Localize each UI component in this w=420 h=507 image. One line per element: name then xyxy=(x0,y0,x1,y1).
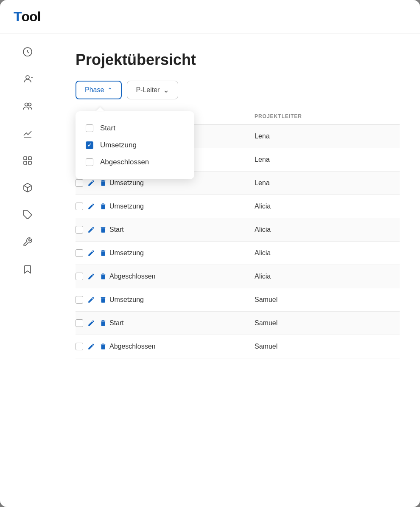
pleiter-filter-label: P-Leiter xyxy=(136,86,160,94)
pleiter-filter-button[interactable]: P-Leiter xyxy=(127,81,178,99)
svg-rect-8 xyxy=(24,161,27,164)
sidebar xyxy=(0,34,55,507)
tool-icon[interactable] xyxy=(20,234,35,250)
dropdown-item-start[interactable]: Start xyxy=(86,120,184,137)
delete-icon[interactable] xyxy=(99,249,107,257)
table-row: Abgeschlossen Samuel xyxy=(76,335,400,358)
row-actions xyxy=(76,273,109,280)
body: Projektübersicht Phase P-Leiter Start xyxy=(0,34,420,507)
phase-cell: Umsetzung xyxy=(109,179,255,187)
main-content: Projektübersicht Phase P-Leiter Start xyxy=(55,34,420,507)
edit-icon[interactable] xyxy=(87,343,95,350)
delete-icon[interactable] xyxy=(99,203,107,210)
abgeschlossen-label: Abgeschlossen xyxy=(100,158,149,166)
delete-icon[interactable] xyxy=(99,226,107,234)
phase-dropdown: Start Umsetzung Abgeschlossen xyxy=(76,111,194,179)
svg-rect-6 xyxy=(24,157,27,160)
edit-icon[interactable] xyxy=(87,249,95,257)
phase-cell: Umsetzung xyxy=(109,203,255,210)
team-icon[interactable] xyxy=(20,99,35,114)
edit-icon[interactable] xyxy=(87,203,95,210)
delete-icon[interactable] xyxy=(99,319,107,327)
leiter-cell: Alicia xyxy=(255,226,400,234)
table-row: Abgeschlossen Alicia xyxy=(76,265,400,288)
phase-cell: Abgeschlossen xyxy=(109,343,255,350)
row-checkbox[interactable] xyxy=(76,249,83,257)
svg-point-4 xyxy=(28,103,31,106)
row-actions xyxy=(76,226,109,234)
table-row: Umsetzung Alicia xyxy=(76,242,400,265)
phase-cell: Start xyxy=(109,319,255,327)
row-checkbox[interactable] xyxy=(76,179,83,187)
row-actions xyxy=(76,203,109,210)
users-icon[interactable] xyxy=(20,71,35,87)
leiter-cell: Alicia xyxy=(255,273,400,280)
row-checkbox[interactable] xyxy=(76,203,83,210)
box-icon[interactable] xyxy=(20,180,35,195)
edit-icon[interactable] xyxy=(87,296,95,304)
abgeschlossen-checkbox[interactable] xyxy=(86,158,93,166)
umsetzung-label: Umsetzung xyxy=(100,141,137,149)
logo: Tool xyxy=(14,9,41,25)
leiter-cell: Samuel xyxy=(255,319,400,327)
leiter-cell: Alicia xyxy=(255,203,400,210)
svg-rect-7 xyxy=(28,157,31,160)
start-checkbox[interactable] xyxy=(86,124,93,132)
row-actions xyxy=(76,179,109,187)
leiter-cell: Samuel xyxy=(255,343,400,350)
phase-chevron-up-icon xyxy=(107,86,112,94)
chart-icon[interactable] xyxy=(20,126,35,141)
header: Tool xyxy=(0,0,420,34)
start-label: Start xyxy=(100,124,115,132)
leiter-cell: Lena xyxy=(255,132,400,140)
phase-filter-label: Phase xyxy=(85,86,104,94)
umsetzung-checkbox[interactable] xyxy=(86,141,93,149)
table-row: Umsetzung Samuel xyxy=(76,288,400,312)
logo-t: T xyxy=(14,9,22,25)
leiter-cell: Lena xyxy=(255,179,400,187)
phase-filter-button[interactable]: Phase xyxy=(76,81,122,99)
edit-icon[interactable] xyxy=(87,179,95,187)
phase-cell: Umsetzung xyxy=(109,296,255,304)
leiter-cell: Lena xyxy=(255,156,400,163)
delete-icon[interactable] xyxy=(99,273,107,280)
row-checkbox[interactable] xyxy=(76,273,83,280)
delete-icon[interactable] xyxy=(99,296,107,304)
edit-icon[interactable] xyxy=(87,226,95,234)
row-actions xyxy=(76,319,109,327)
svg-point-1 xyxy=(26,76,29,79)
table-row: Umsetzung Alicia xyxy=(76,195,400,218)
row-checkbox[interactable] xyxy=(76,319,83,327)
pleiter-chevron-down-icon xyxy=(163,85,169,95)
delete-icon[interactable] xyxy=(99,343,107,350)
page-title: Projektübersicht xyxy=(76,51,400,69)
col-projektleiter: PROJEKTLEITER xyxy=(255,113,400,119)
row-checkbox[interactable] xyxy=(76,296,83,304)
table-row: Start Alicia xyxy=(76,218,400,242)
phase-cell: Umsetzung xyxy=(109,249,255,257)
dropdown-item-umsetzung[interactable]: Umsetzung xyxy=(86,137,184,154)
bookmark-icon[interactable] xyxy=(20,262,35,277)
row-checkbox[interactable] xyxy=(76,226,83,234)
tag-icon[interactable] xyxy=(20,207,35,223)
row-actions xyxy=(76,296,109,304)
logo-text: ool xyxy=(22,9,41,25)
dropdown-item-abgeschlossen[interactable]: Abgeschlossen xyxy=(86,154,184,171)
delete-icon[interactable] xyxy=(99,179,107,187)
leiter-cell: Samuel xyxy=(255,296,400,304)
dashboard-icon[interactable] xyxy=(20,44,35,59)
row-actions xyxy=(76,343,109,350)
row-checkbox[interactable] xyxy=(76,343,83,350)
row-actions xyxy=(76,249,109,257)
edit-icon[interactable] xyxy=(87,273,95,280)
edit-icon[interactable] xyxy=(87,319,95,327)
phase-cell: Start xyxy=(109,226,255,234)
phase-cell: Abgeschlossen xyxy=(109,273,255,280)
svg-point-3 xyxy=(25,103,28,106)
svg-rect-9 xyxy=(28,161,31,164)
leiter-cell: Alicia xyxy=(255,249,400,257)
app-window: Tool xyxy=(0,0,420,507)
filter-row: Phase P-Leiter Start Umsetzung xyxy=(76,81,400,99)
grid-icon[interactable] xyxy=(20,153,35,168)
table-row: Start Samuel xyxy=(76,312,400,335)
